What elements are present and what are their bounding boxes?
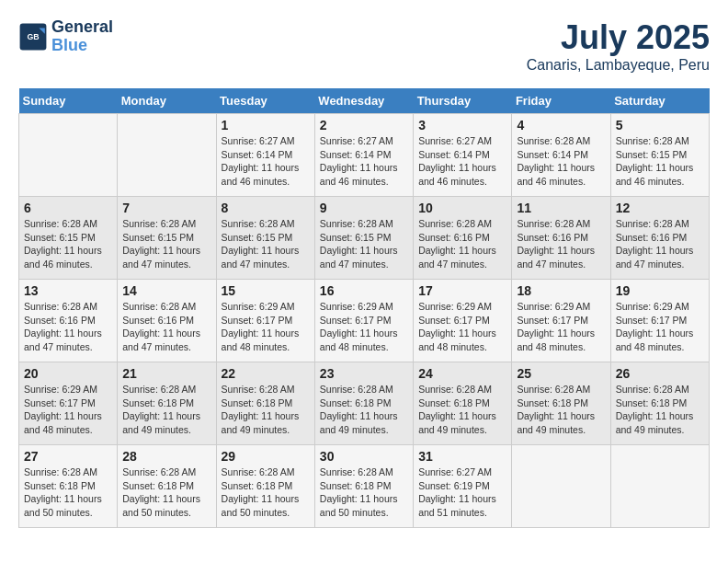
day-number: 14 — [122, 283, 210, 298]
weekday-thursday: Thursday — [414, 88, 512, 114]
day-info: Sunrise: 6:28 AM Sunset: 6:18 PM Dayligh… — [222, 383, 310, 437]
calendar-cell: 9Sunrise: 6:28 AM Sunset: 6:15 PM Daylig… — [314, 197, 413, 280]
calendar-cell: 8Sunrise: 6:28 AM Sunset: 6:15 PM Daylig… — [216, 197, 314, 280]
calendar-week-1: 1Sunrise: 6:27 AM Sunset: 6:14 PM Daylig… — [19, 114, 710, 197]
day-info: Sunrise: 6:28 AM Sunset: 6:18 PM Dayligh… — [122, 465, 210, 520]
calendar-cell: 2Sunrise: 6:27 AM Sunset: 6:14 PM Daylig… — [314, 114, 413, 197]
day-info: Sunrise: 6:28 AM Sunset: 6:15 PM Dayligh… — [24, 217, 112, 271]
day-number: 23 — [320, 366, 408, 381]
day-info: Sunrise: 6:28 AM Sunset: 6:18 PM Dayligh… — [418, 383, 506, 437]
calendar-cell: 22Sunrise: 6:28 AM Sunset: 6:18 PM Dayli… — [216, 362, 314, 445]
day-info: Sunrise: 6:28 AM Sunset: 6:18 PM Dayligh… — [24, 465, 112, 520]
calendar-cell: 30Sunrise: 6:28 AM Sunset: 6:18 PM Dayli… — [314, 445, 413, 528]
day-number: 20 — [24, 366, 112, 381]
title-block: July 2025 Canaris, Lambayeque, Peru — [527, 18, 710, 74]
day-info: Sunrise: 6:28 AM Sunset: 6:18 PM Dayligh… — [616, 383, 704, 437]
day-info: Sunrise: 6:28 AM Sunset: 6:15 PM Dayligh… — [222, 217, 310, 271]
day-info: Sunrise: 6:28 AM Sunset: 6:16 PM Dayligh… — [517, 217, 605, 271]
day-info: Sunrise: 6:28 AM Sunset: 6:16 PM Dayligh… — [418, 217, 506, 271]
calendar-week-3: 13Sunrise: 6:28 AM Sunset: 6:16 PM Dayli… — [19, 280, 710, 362]
day-info: Sunrise: 6:29 AM Sunset: 6:17 PM Dayligh… — [24, 383, 112, 437]
weekday-monday: Monday — [118, 88, 216, 114]
day-number: 5 — [616, 118, 704, 132]
month-title: July 2025 — [527, 18, 710, 57]
day-info: Sunrise: 6:28 AM Sunset: 6:18 PM Dayligh… — [320, 465, 408, 520]
weekday-saturday: Saturday — [610, 88, 709, 114]
logo-line2: Blue — [51, 36, 87, 54]
calendar-cell: 13Sunrise: 6:28 AM Sunset: 6:16 PM Dayli… — [19, 280, 118, 362]
day-number: 30 — [320, 449, 408, 464]
day-info: Sunrise: 6:29 AM Sunset: 6:17 PM Dayligh… — [320, 300, 408, 354]
day-info: Sunrise: 6:28 AM Sunset: 6:14 PM Dayligh… — [517, 134, 605, 189]
logo-icon: GB — [18, 22, 48, 52]
calendar-cell: 26Sunrise: 6:28 AM Sunset: 6:18 PM Dayli… — [610, 362, 709, 445]
page-header: GB General Blue July 2025 Canaris, Lamba… — [18, 18, 710, 74]
weekday-friday: Friday — [512, 88, 610, 114]
calendar-cell: 7Sunrise: 6:28 AM Sunset: 6:15 PM Daylig… — [118, 197, 216, 280]
day-info: Sunrise: 6:28 AM Sunset: 6:15 PM Dayligh… — [616, 134, 704, 189]
day-info: Sunrise: 6:28 AM Sunset: 6:18 PM Dayligh… — [222, 465, 310, 520]
calendar-cell: 4Sunrise: 6:28 AM Sunset: 6:14 PM Daylig… — [512, 114, 610, 197]
calendar-cell — [118, 114, 216, 197]
calendar-cell: 31Sunrise: 6:27 AM Sunset: 6:19 PM Dayli… — [414, 445, 512, 528]
day-number: 12 — [616, 201, 704, 215]
day-number: 15 — [222, 283, 310, 298]
calendar-cell: 24Sunrise: 6:28 AM Sunset: 6:18 PM Dayli… — [414, 362, 512, 445]
day-number: 7 — [122, 201, 210, 215]
day-info: Sunrise: 6:29 AM Sunset: 6:17 PM Dayligh… — [418, 300, 506, 354]
day-info: Sunrise: 6:29 AM Sunset: 6:17 PM Dayligh… — [616, 300, 704, 354]
day-number: 8 — [222, 201, 310, 215]
calendar-cell: 18Sunrise: 6:29 AM Sunset: 6:17 PM Dayli… — [512, 280, 610, 362]
weekday-sunday: Sunday — [19, 88, 118, 114]
day-info: Sunrise: 6:28 AM Sunset: 6:18 PM Dayligh… — [517, 383, 605, 437]
calendar-cell: 16Sunrise: 6:29 AM Sunset: 6:17 PM Dayli… — [314, 280, 413, 362]
day-number: 24 — [418, 366, 506, 381]
day-number: 2 — [320, 118, 408, 132]
day-info: Sunrise: 6:28 AM Sunset: 6:18 PM Dayligh… — [122, 383, 210, 437]
day-number: 25 — [517, 366, 605, 381]
day-number: 28 — [122, 449, 210, 464]
calendar-cell: 14Sunrise: 6:28 AM Sunset: 6:16 PM Dayli… — [118, 280, 216, 362]
calendar-cell: 15Sunrise: 6:29 AM Sunset: 6:17 PM Dayli… — [216, 280, 314, 362]
day-number: 21 — [122, 366, 210, 381]
calendar-cell: 21Sunrise: 6:28 AM Sunset: 6:18 PM Dayli… — [118, 362, 216, 445]
calendar-week-5: 27Sunrise: 6:28 AM Sunset: 6:18 PM Dayli… — [19, 445, 710, 528]
calendar-cell: 25Sunrise: 6:28 AM Sunset: 6:18 PM Dayli… — [512, 362, 610, 445]
calendar-body: 1Sunrise: 6:27 AM Sunset: 6:14 PM Daylig… — [19, 114, 710, 528]
calendar-cell: 5Sunrise: 6:28 AM Sunset: 6:15 PM Daylig… — [610, 114, 709, 197]
calendar-week-4: 20Sunrise: 6:29 AM Sunset: 6:17 PM Dayli… — [19, 362, 710, 445]
day-info: Sunrise: 6:28 AM Sunset: 6:15 PM Dayligh… — [122, 217, 210, 271]
svg-text:GB: GB — [27, 32, 39, 41]
day-number: 1 — [222, 118, 310, 132]
day-number: 19 — [616, 283, 704, 298]
logo-line1: General — [51, 18, 113, 37]
calendar-cell: 20Sunrise: 6:29 AM Sunset: 6:17 PM Dayli… — [19, 362, 118, 445]
day-number: 22 — [222, 366, 310, 381]
calendar-cell: 12Sunrise: 6:28 AM Sunset: 6:16 PM Dayli… — [610, 197, 709, 280]
day-info: Sunrise: 6:27 AM Sunset: 6:14 PM Dayligh… — [320, 134, 408, 189]
day-info: Sunrise: 6:27 AM Sunset: 6:19 PM Dayligh… — [418, 465, 506, 520]
day-info: Sunrise: 6:28 AM Sunset: 6:16 PM Dayligh… — [122, 300, 210, 354]
day-number: 18 — [517, 283, 605, 298]
day-number: 13 — [24, 283, 112, 298]
calendar-cell — [19, 114, 118, 197]
location: Canaris, Lambayeque, Peru — [527, 57, 710, 74]
day-number: 11 — [517, 201, 605, 215]
weekday-wednesday: Wednesday — [314, 88, 413, 114]
calendar-cell: 11Sunrise: 6:28 AM Sunset: 6:16 PM Dayli… — [512, 197, 610, 280]
calendar-cell: 3Sunrise: 6:27 AM Sunset: 6:14 PM Daylig… — [414, 114, 512, 197]
calendar-cell: 27Sunrise: 6:28 AM Sunset: 6:18 PM Dayli… — [19, 445, 118, 528]
day-number: 27 — [24, 449, 112, 464]
day-number: 31 — [418, 449, 506, 464]
calendar-cell: 19Sunrise: 6:29 AM Sunset: 6:17 PM Dayli… — [610, 280, 709, 362]
day-info: Sunrise: 6:28 AM Sunset: 6:16 PM Dayligh… — [24, 300, 112, 354]
day-number: 4 — [517, 118, 605, 132]
calendar-cell: 10Sunrise: 6:28 AM Sunset: 6:16 PM Dayli… — [414, 197, 512, 280]
day-number: 26 — [616, 366, 704, 381]
calendar-cell: 1Sunrise: 6:27 AM Sunset: 6:14 PM Daylig… — [216, 114, 314, 197]
logo: GB General Blue — [18, 18, 113, 55]
day-info: Sunrise: 6:28 AM Sunset: 6:15 PM Dayligh… — [320, 217, 408, 271]
weekday-header-row: SundayMondayTuesdayWednesdayThursdayFrid… — [19, 88, 710, 114]
day-info: Sunrise: 6:28 AM Sunset: 6:16 PM Dayligh… — [616, 217, 704, 271]
day-number: 17 — [418, 283, 506, 298]
